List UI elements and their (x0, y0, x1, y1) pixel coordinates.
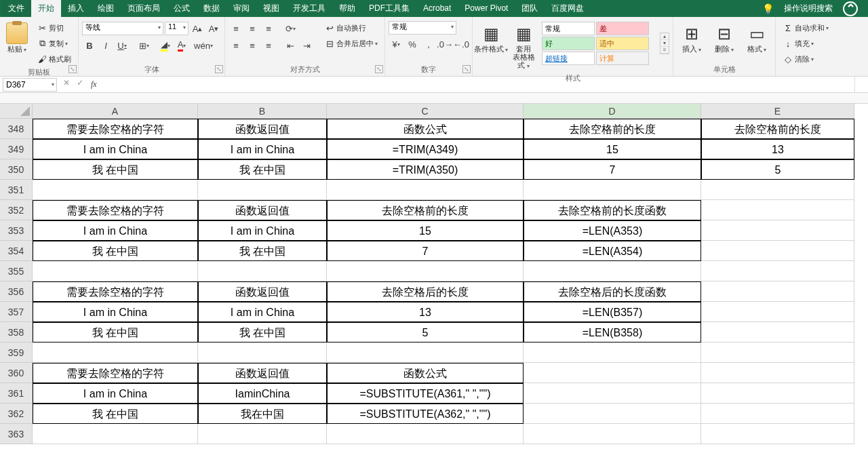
row-header[interactable]: 348 (0, 119, 33, 139)
style-neutral[interactable]: 适中 (596, 37, 649, 50)
wrap-text-button[interactable]: ↩自动换行 (321, 21, 381, 35)
col-header-B[interactable]: B (198, 104, 327, 119)
cell[interactable] (701, 241, 854, 261)
cell[interactable]: =LEN(A353) (524, 220, 701, 241)
cell[interactable]: 15 (524, 139, 701, 159)
cell[interactable]: 去除空格后的长度 (327, 281, 524, 302)
cell[interactable]: 去除空格前的长度 (701, 119, 854, 139)
cell[interactable]: 5 (701, 159, 854, 180)
cancel-formula-button[interactable]: ✕ (60, 78, 73, 92)
row-header[interactable]: 357 (0, 302, 33, 322)
cell[interactable]: 函数返回值 (198, 119, 327, 139)
style-calculation[interactable]: 计算 (596, 52, 649, 65)
clipboard-dialog-launcher[interactable]: ⤡ (68, 65, 77, 73)
cell[interactable] (701, 363, 854, 383)
cell[interactable]: =LEN(B358) (524, 322, 701, 342)
tab-dev[interactable]: 开发工具 (286, 0, 332, 17)
cell[interactable]: 我 在中国 (198, 322, 327, 342)
merge-center-button[interactable]: ⊟合并后居中 (321, 37, 381, 50)
italic-button[interactable]: I (98, 38, 113, 53)
align-center-button[interactable]: ≡ (245, 38, 260, 53)
fill-button[interactable]: ↓填充 (779, 37, 817, 50)
format-painter-button[interactable]: 🖌格式刷 (33, 52, 75, 66)
style-bad[interactable]: 差 (596, 22, 649, 35)
font-color-button[interactable]: A (174, 38, 189, 53)
tab-insert[interactable]: 插入 (61, 0, 91, 17)
fill-color-button[interactable]: ◢ (158, 38, 173, 53)
cell[interactable] (327, 180, 524, 200)
tab-powerpivot[interactable]: Power Pivot (458, 0, 515, 17)
cell[interactable] (524, 261, 701, 281)
cell[interactable]: 我 在中国 (198, 241, 327, 261)
row-header[interactable]: 363 (0, 424, 33, 444)
cell[interactable]: 需要去除空格的字符 (33, 200, 198, 220)
cell[interactable] (701, 383, 854, 404)
align-dialog-launcher[interactable]: ⤡ (375, 65, 383, 73)
style-normal[interactable]: 常规 (542, 22, 595, 35)
cell[interactable]: 去除空格前的长度 (524, 119, 701, 139)
cell[interactable]: 我 在中国 (33, 322, 198, 342)
row-header[interactable]: 354 (0, 241, 33, 261)
align-left-button[interactable]: ≡ (229, 38, 243, 53)
cell[interactable]: 我 在中国 (33, 159, 198, 180)
decrease-indent-button[interactable]: ⇤ (283, 38, 298, 53)
conditional-format-button[interactable]: ▦ 条件格式 (476, 21, 506, 56)
align-right-button[interactable]: ≡ (261, 38, 276, 53)
cell[interactable] (198, 261, 327, 281)
increase-font-button[interactable]: A▴ (190, 21, 205, 36)
tab-home[interactable]: 开始 (31, 0, 61, 17)
cell[interactable] (701, 342, 854, 363)
col-header-C[interactable]: C (327, 104, 524, 119)
cell[interactable] (701, 302, 854, 322)
col-header-D[interactable]: D (524, 104, 701, 119)
cell[interactable]: 函数返回值 (198, 200, 327, 220)
cell[interactable] (524, 404, 701, 424)
row-header[interactable]: 360 (0, 363, 33, 383)
delete-cells-button[interactable]: ⊟删除 (709, 21, 739, 56)
row-header[interactable]: 359 (0, 342, 33, 363)
format-as-table-button[interactable]: ▦ 套用 表格格式 (509, 21, 538, 72)
cell[interactable]: 去除空格前的长度函数 (524, 200, 701, 220)
cell[interactable]: 7 (327, 241, 524, 261)
cell[interactable]: I am in China (198, 302, 327, 322)
font-name-combo[interactable]: 等线 (82, 22, 163, 35)
cell[interactable] (701, 261, 854, 281)
decrease-decimal-button[interactable]: ←.0 (454, 37, 469, 52)
cell[interactable] (524, 424, 701, 444)
cell[interactable] (198, 342, 327, 363)
tell-me-search[interactable]: 操作说明搜索 (784, 3, 833, 14)
comma-button[interactable]: , (421, 37, 436, 52)
paste-button[interactable]: 粘贴 (3, 21, 31, 56)
style-good[interactable]: 好 (542, 37, 595, 50)
cell[interactable]: I am in China (198, 220, 327, 241)
cell[interactable]: 函数返回值 (198, 281, 327, 302)
style-hyperlink[interactable]: 超链接 (542, 52, 595, 65)
tab-review[interactable]: 审阅 (226, 0, 256, 17)
cell[interactable] (524, 180, 701, 200)
cell[interactable]: =SUBSTITUTE(A361," ","") (327, 383, 524, 404)
increase-decimal-button[interactable]: .0→ (437, 37, 452, 52)
cell[interactable]: I am in China (198, 139, 327, 159)
cell[interactable]: 13 (701, 139, 854, 159)
col-header-A[interactable]: A (33, 104, 198, 119)
cell[interactable] (524, 363, 701, 383)
cell[interactable]: 去除空格后的长度函数 (524, 281, 701, 302)
clear-button[interactable]: ◇清除 (779, 52, 817, 66)
phonetic-button[interactable]: wén (196, 38, 211, 53)
cell[interactable] (33, 424, 198, 444)
tab-help[interactable]: 帮助 (332, 0, 362, 17)
align-top-button[interactable]: ≡ (229, 21, 243, 36)
cell[interactable]: =TRIM(A349) (327, 139, 524, 159)
cell[interactable]: 我 在中国 (33, 404, 198, 424)
cell[interactable]: 需要去除空格的字符 (33, 281, 198, 302)
cell[interactable]: I am in China (33, 383, 198, 404)
underline-button[interactable]: U (115, 38, 130, 53)
cell[interactable] (327, 261, 524, 281)
cell[interactable]: 我 在中国 (198, 159, 327, 180)
number-format-combo[interactable]: 常规 (389, 21, 456, 35)
format-cells-button[interactable]: ▭格式 (742, 21, 772, 56)
accounting-format-button[interactable]: ¥ (389, 37, 403, 52)
cells-area[interactable]: 需要去除空格的字符函数返回值函数公式去除空格前的长度去除空格前的长度I am i… (33, 119, 854, 444)
cell[interactable] (701, 404, 854, 424)
cell[interactable]: 15 (327, 220, 524, 241)
